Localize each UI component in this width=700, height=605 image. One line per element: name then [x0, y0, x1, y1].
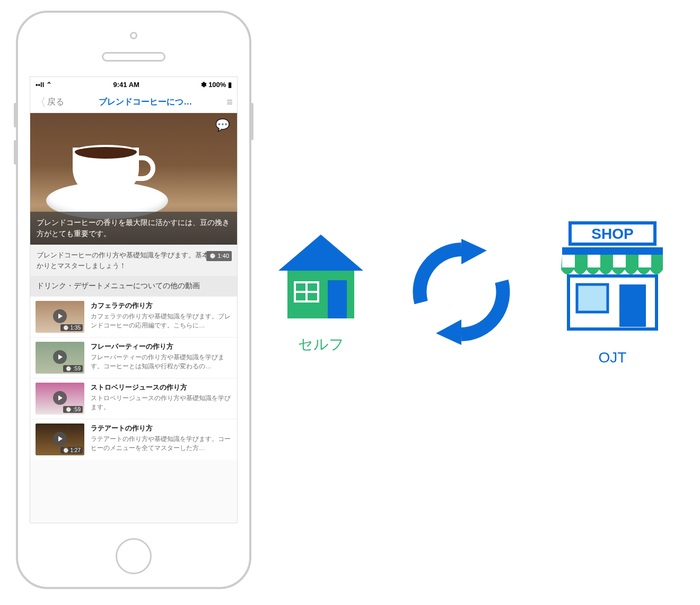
item-desc: フレーバーティーの作り方や基礎知識を学びます。コーヒーとは知識や行程が変わるの… [91, 353, 232, 370]
menu-button[interactable]: ≡ [226, 96, 233, 108]
diagram-area: セルフ SHOP OJT [270, 196, 673, 387]
phone-frame: ••ll ⌃ 9:41 AM ✽ 100% ▮ 〈 戻る ブレンドコーヒーにつ…… [16, 11, 251, 589]
nav-bar: 〈 戻る ブレンドコーヒーにつ… ≡ [30, 92, 237, 113]
item-title: カフェラテの作り方 [91, 301, 232, 310]
svg-rect-9 [562, 247, 663, 255]
ojt-label: OJT [599, 349, 627, 366]
sync-arrows-icon [403, 234, 520, 350]
self-label: セルフ [298, 334, 344, 355]
back-label: 戻る [47, 97, 64, 108]
thumb-duration: ⌚ :59 [63, 406, 83, 413]
svg-marker-6 [461, 239, 487, 264]
thumb-duration: ⌚ :59 [63, 365, 83, 372]
list-item[interactable]: ⌚ :59 フレーバーティーの作り方 フレーバーティーの作り方や基礎知識を学びま… [30, 337, 237, 378]
item-desc: ストロベリージュースの作り方や基礎知識を学びます。 [91, 394, 232, 411]
svg-marker-0 [278, 235, 363, 271]
hero-duration: ⌚ 1:40 [206, 251, 232, 261]
svg-marker-7 [436, 319, 461, 345]
svg-rect-2 [328, 280, 347, 318]
status-time: 9:41 AM [113, 81, 139, 89]
status-right: ✽ 100% ▮ [201, 81, 232, 89]
svg-rect-12 [613, 255, 626, 267]
item-desc: カフェラテの作り方や基礎知識を学びます。ブレンドコーヒーの応用編です。こちらに… [91, 312, 232, 330]
video-thumbnail: ⌚ 1:27 [36, 424, 84, 455]
list-item[interactable]: ⌚ 1:35 カフェラテの作り方 カフェラテの作り方や基礎知識を学びます。ブレン… [30, 296, 237, 337]
list-item[interactable]: ⌚ :59 ストロベリージュースの作り方 ストロベリージュースの作り方や基礎知識… [30, 378, 237, 419]
video-thumbnail: ⌚ :59 [36, 383, 84, 414]
shop-sign-text: SHOP [591, 226, 633, 242]
hero-caption: ブレンドコーヒーの香りを最大限に活かすには、豆の挽き方がとても重要です。 [30, 212, 237, 245]
thumb-duration: ⌚ 1:27 [60, 447, 83, 454]
section-header: ドリンク・デザートメニューについての他の動画 [30, 276, 237, 296]
phone-screen: ••ll ⌃ 9:41 AM ✽ 100% ▮ 〈 戻る ブレンドコーヒーにつ…… [30, 76, 238, 523]
svg-rect-16 [619, 284, 646, 327]
ojt-column: SHOP OJT [552, 218, 673, 366]
thumb-duration: ⌚ 1:35 [60, 324, 83, 331]
status-bar: ••ll ⌃ 9:41 AM ✽ 100% ▮ [30, 77, 237, 92]
play-icon [53, 309, 67, 323]
self-column: セルフ [270, 229, 371, 355]
svg-rect-15 [577, 284, 608, 312]
svg-rect-11 [588, 255, 600, 267]
svg-rect-13 [638, 255, 651, 267]
shop-icon: SHOP [552, 218, 673, 340]
page-title: ブレンドコーヒーにつ… [99, 97, 192, 108]
svg-rect-10 [562, 255, 575, 267]
item-title: ストロベリージュースの作り方 [91, 383, 232, 392]
chevron-left-icon: 〈 [34, 94, 46, 110]
hero-video[interactable]: 💬 ブレンドコーヒーの香りを最大限に活かすには、豆の挽き方がとても重要です。 [30, 113, 237, 245]
play-icon [53, 432, 67, 446]
back-button[interactable]: 〈 戻る [34, 94, 64, 110]
item-title: フレーバーティーの作り方 [91, 342, 232, 351]
video-thumbnail: ⌚ 1:35 [36, 301, 84, 333]
video-thumbnail: ⌚ :59 [36, 342, 84, 374]
chat-icon[interactable]: 💬 [215, 118, 230, 132]
play-icon [53, 350, 67, 364]
item-title: ラテアートの作り方 [91, 424, 232, 433]
item-desc: ラテアートの作り方や基礎知識を学びます。コーヒーのメニューを全てマスターした方… [91, 435, 232, 452]
status-left: ••ll ⌃ [36, 81, 52, 89]
video-list: ⌚ 1:35 カフェラテの作り方 カフェラテの作り方や基礎知識を学びます。ブレン… [30, 296, 237, 460]
video-description: ブレンドコーヒーの作り方や基礎知識を学びます。基本をしっかりとマスターしましょう… [30, 245, 237, 276]
house-icon [270, 229, 371, 325]
play-icon [53, 391, 67, 405]
list-item[interactable]: ⌚ 1:27 ラテアートの作り方 ラテアートの作り方や基礎知識を学びます。コーヒ… [30, 419, 237, 460]
